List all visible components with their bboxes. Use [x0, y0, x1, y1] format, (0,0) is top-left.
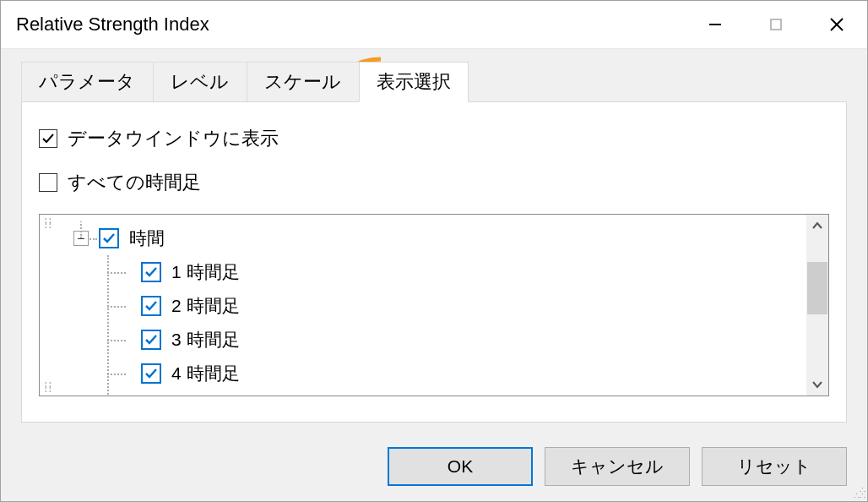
tab-visualization[interactable]: 表示選択	[359, 62, 469, 102]
scroll-down-button[interactable]	[806, 374, 828, 396]
chevron-up-icon	[812, 221, 822, 230]
timeframe-tree: 時間 1 時間足 2 時間足	[68, 221, 803, 396]
tab-levels[interactable]: レベル	[153, 62, 247, 101]
checkbox-all-timeframes[interactable]	[39, 173, 57, 192]
svg-rect-1	[771, 19, 781, 30]
tabpage-visualization: データウインドウに表示 すべての時間足 ∷∷ ∷∷ 時間	[21, 101, 847, 423]
button-label: キャンセル	[571, 455, 664, 478]
checkbox-2h[interactable]	[141, 296, 161, 316]
tab-scale[interactable]: スケール	[247, 62, 359, 101]
tab-label: パラメータ	[39, 71, 135, 92]
tree-item[interactable]: 2 時間足	[106, 289, 803, 323]
tab-parameters[interactable]: パラメータ	[21, 62, 153, 101]
reset-button[interactable]: リセット	[702, 447, 847, 486]
checkbox-3h[interactable]	[141, 330, 161, 350]
label-show-in-data-window: データウインドウに表示	[68, 126, 279, 151]
button-label: リセット	[737, 455, 811, 478]
checkmark-icon	[101, 231, 117, 246]
tree-group-label: 時間	[129, 226, 165, 250]
button-label: OK	[448, 456, 473, 477]
chevron-down-icon	[812, 380, 822, 389]
checkmark-icon	[144, 332, 159, 347]
timeframe-tree-panel: ∷∷ ∷∷ 時間 1 時間足	[39, 214, 829, 396]
close-icon	[828, 16, 845, 33]
checkbox-show-in-data-window[interactable]	[39, 129, 57, 148]
dialog-window: Relative Strength Index パラメータ	[0, 0, 868, 502]
tree-item-label: 4 時間足	[171, 362, 240, 385]
dialog-buttons: OK キャンセル リセット	[388, 447, 847, 486]
client-area: パラメータ レベル スケール 表示選択 データウインドウに表示 すべての時間足 …	[1, 48, 867, 501]
tree-children: 1 時間足 2 時間足 3 時間足	[106, 255, 803, 396]
checkmark-icon	[144, 298, 159, 314]
label-all-timeframes: すべての時間足	[68, 170, 201, 195]
tree-item-cut[interactable]	[106, 390, 803, 396]
tab-label: スケール	[264, 71, 341, 92]
resize-grip-icon[interactable]: ∴∴∴	[854, 488, 865, 499]
collapse-icon[interactable]	[73, 231, 89, 246]
tree-item-label: 1 時間足	[171, 260, 240, 284]
tree-node-group[interactable]: 時間	[68, 221, 803, 255]
cancel-button[interactable]: キャンセル	[545, 447, 690, 486]
window-title: Relative Strength Index	[16, 14, 685, 35]
checkmark-icon	[144, 265, 159, 280]
tree-item[interactable]: 3 時間足	[106, 323, 803, 357]
maximize-icon	[769, 18, 783, 31]
minimize-button[interactable]	[685, 4, 746, 45]
scroll-thumb[interactable]	[807, 262, 827, 314]
checkbox-1h[interactable]	[141, 262, 161, 282]
tabstrip: パラメータ レベル スケール 表示選択	[1, 49, 867, 101]
option-show-in-data-window[interactable]: データウインドウに表示	[39, 126, 829, 151]
checkmark-icon	[41, 132, 55, 145]
checkbox-4h[interactable]	[141, 363, 161, 384]
option-all-timeframes[interactable]: すべての時間足	[39, 170, 829, 195]
close-button[interactable]	[806, 4, 867, 45]
tree-scrollbar[interactable]	[806, 215, 828, 396]
tree-item[interactable]: 1 時間足	[106, 255, 803, 289]
checkbox-group-hours[interactable]	[99, 228, 119, 248]
maximize-button	[746, 4, 806, 45]
tree-item[interactable]: 4 時間足	[106, 357, 803, 390]
scroll-up-button[interactable]	[806, 215, 828, 237]
tab-label: レベル	[171, 71, 229, 92]
tree-item-label: 3 時間足	[171, 328, 240, 352]
tab-label: 表示選択	[377, 71, 451, 92]
tree-item-label: 2 時間足	[171, 294, 240, 318]
ok-button[interactable]: OK	[388, 447, 533, 486]
titlebar: Relative Strength Index	[1, 1, 867, 48]
scroll-track[interactable]	[806, 237, 828, 374]
grip-icon: ∷∷	[45, 218, 54, 228]
minimize-icon	[708, 17, 723, 32]
grip-icon: ∷∷	[45, 382, 54, 392]
checkmark-icon	[144, 366, 159, 381]
